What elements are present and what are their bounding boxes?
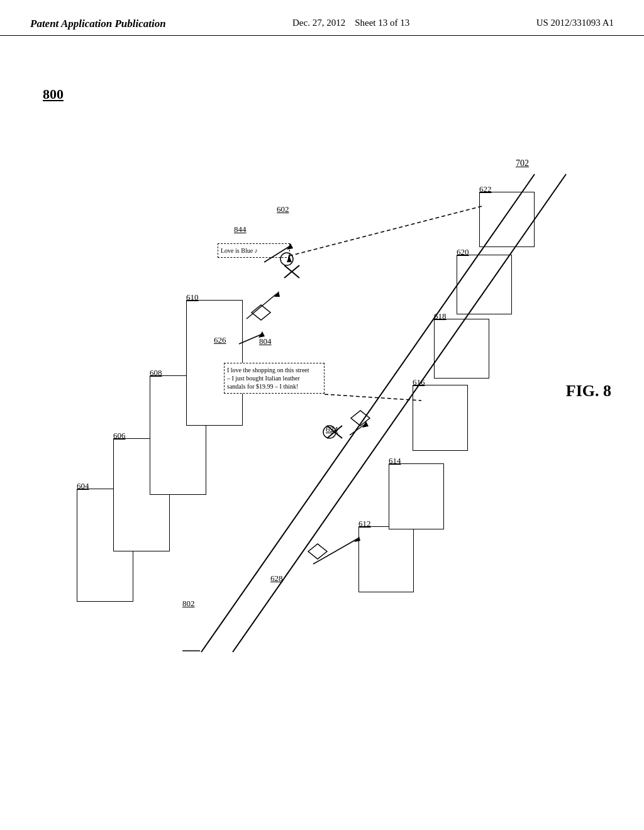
page-header: Patent Application Publication Dec. 27, … xyxy=(0,0,644,36)
svg-line-3 xyxy=(325,394,421,401)
diagram-area: 800 FIG. 8 604 606 608 610 612 614 616 6… xyxy=(0,36,644,803)
svg-marker-20 xyxy=(308,544,327,559)
svg-line-10 xyxy=(350,424,365,435)
svg-marker-7 xyxy=(258,331,265,338)
svg-line-2 xyxy=(289,206,484,256)
header-date-sheet: Dec. 27, 2012 Sheet 13 of 13 xyxy=(292,18,409,28)
svg-line-12 xyxy=(313,539,357,564)
svg-marker-9 xyxy=(274,291,280,297)
svg-marker-24 xyxy=(287,256,292,262)
publication-title: Patent Application Publication xyxy=(30,18,166,30)
diagram-svg xyxy=(0,36,644,803)
svg-line-1 xyxy=(233,174,566,652)
svg-marker-13 xyxy=(354,536,360,542)
svg-marker-5 xyxy=(287,243,293,250)
svg-line-0 xyxy=(201,174,535,652)
svg-line-8 xyxy=(247,294,277,319)
svg-point-21 xyxy=(280,253,293,265)
svg-line-4 xyxy=(264,246,289,262)
svg-line-6 xyxy=(239,335,261,344)
patent-number: US 2012/331093 A1 xyxy=(536,18,614,28)
